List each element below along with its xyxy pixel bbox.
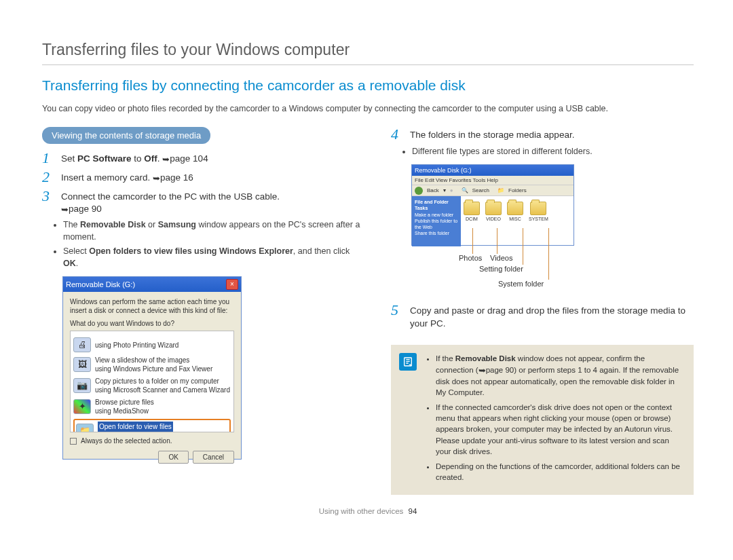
dialog-title: Removable Disk (G:)	[66, 280, 135, 288]
sub-bullet: Select Open folders to view files using …	[63, 246, 361, 269]
step-5: 5 Copy and paste or drag and drop the fi…	[391, 303, 694, 329]
note-bullet: If the Removable Disk window does not ap…	[436, 353, 684, 398]
footer: Using with other devices 94	[42, 507, 694, 515]
note-bullet: If the connected camcorder's disk drive …	[436, 402, 684, 456]
step-4: 4 The folders in the storage media appea…	[391, 127, 694, 142]
slideshow-icon: 🖼	[73, 357, 91, 372]
arrow-icon: ➥	[162, 153, 170, 166]
note-bullet: Depending on the functions of the camcor…	[436, 461, 684, 483]
step-text: Insert a memory card.	[61, 172, 153, 183]
folder-icon: 📁	[76, 424, 94, 432]
arrow-icon: ➥	[153, 172, 160, 185]
explorer-window: Removable Disk (G:) File Edit View Favor…	[411, 164, 574, 246]
section-title: Transferring files by connecting the cam…	[42, 77, 694, 94]
callout-photos: Photos	[459, 254, 482, 262]
arrow-icon: ➥	[478, 365, 486, 377]
folder-icon	[507, 202, 523, 215]
folder-icon	[485, 202, 502, 215]
back-icon	[415, 187, 423, 195]
browse-icon: ✦	[73, 399, 91, 414]
folder-icon	[464, 202, 480, 215]
close-icon: ×	[226, 279, 238, 290]
folder-system: SYSTEM	[529, 202, 548, 241]
page-ref: page 16	[160, 172, 193, 183]
step-number: 3	[42, 189, 54, 204]
callout-system: System folder	[498, 280, 544, 288]
step-number: 2	[42, 170, 54, 185]
step-bold: Off	[144, 153, 157, 164]
step-2: 2 Insert a memory card. ➥page 16	[42, 170, 361, 185]
ok-button: OK	[158, 451, 188, 464]
step-bold: PC Software	[77, 153, 132, 164]
subsection-pill: Viewing the contents of storage media	[42, 127, 210, 144]
step-text: Set	[61, 153, 77, 164]
sub-bullet: Different file types are stored in diffe…	[412, 146, 694, 158]
folder-callouts: Photos Videos Setting folder System fold…	[411, 248, 574, 303]
folder-misc: MISC	[507, 202, 523, 241]
step-text: .	[157, 153, 163, 164]
explorer-sidebar: File and Folder Tasks Make a new folder …	[412, 196, 461, 246]
footer-section: Using with other devices	[319, 507, 404, 515]
sub-bullet: The Removable Disk or Samsung window app…	[63, 219, 361, 243]
page-title: Transferring files to your Windows compu…	[42, 41, 694, 59]
step-1: 1 Set PC Software to Off. ➥page 104	[42, 151, 361, 166]
folder-icon	[530, 202, 546, 215]
step-3: 3 Connect the camcorder to the PC with t…	[42, 189, 361, 215]
note-box: If the Removable Disk window does not ap…	[391, 345, 694, 495]
step-number: 4	[391, 127, 403, 142]
step-text: Connect the camcorder to the PC with the…	[61, 191, 280, 202]
page-ref: page 90	[69, 204, 102, 214]
explorer-menu: File Edit View Favorites Tools Help	[412, 176, 574, 185]
note-icon	[399, 353, 417, 371]
checkbox-icon	[70, 438, 77, 445]
page-ref: page 104	[170, 153, 208, 164]
explorer-title: Removable Disk (G:)	[412, 165, 574, 176]
folder-dcim: DCIM	[464, 202, 480, 241]
step-text: The folders in the storage media appear.	[410, 127, 694, 141]
divider	[42, 64, 694, 65]
removable-disk-dialog: Removable Disk (G:) × Windows can perfor…	[62, 276, 242, 460]
step-text: Copy and paste or drag and drop the file…	[410, 303, 694, 329]
dialog-prompt: What do you want Windows to do?	[70, 319, 234, 328]
folder-video: VIDEO	[485, 202, 502, 241]
step-text: to	[132, 153, 145, 164]
cancel-button: Cancel	[193, 451, 234, 464]
wizard-icon: 🖨	[73, 337, 91, 352]
dialog-msg: Windows can perform the same action each…	[70, 297, 234, 315]
step-number: 5	[391, 303, 403, 318]
callout-videos: Videos	[490, 254, 512, 262]
page-number: 94	[409, 507, 417, 515]
step-number: 1	[42, 151, 54, 166]
intro-text: You can copy video or photo files record…	[42, 103, 694, 115]
copy-icon: 📷	[73, 378, 91, 393]
arrow-icon: ➥	[61, 204, 69, 216]
callout-setting: Setting folder	[479, 265, 523, 273]
